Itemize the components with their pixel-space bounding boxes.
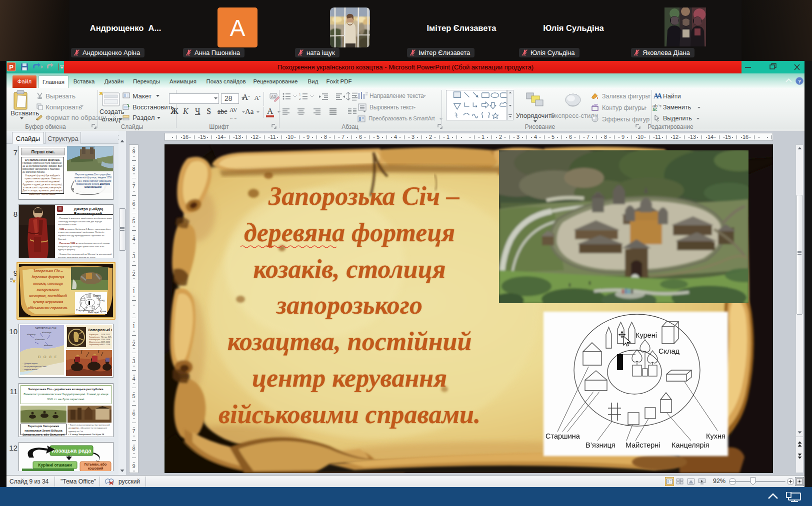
svg-text:1593-1638: 1593-1638: [101, 339, 110, 341]
svg-text:2: 2: [299, 97, 301, 100]
svg-text:Микитинська: Микитинська: [89, 341, 101, 343]
svg-text:Курені: Курені: [93, 295, 100, 297]
svg-text:Канцелярія: Канцелярія: [672, 441, 710, 449]
svg-text:Майстерні: Майстерні: [626, 441, 660, 449]
svg-text:ac: ac: [652, 107, 658, 111]
svg-text:?: ?: [798, 78, 801, 84]
svg-text:ЗАПОРОЗЬКІ СІЧІ: ЗАПОРОЗЬКІ СІЧІ: [35, 327, 56, 330]
svg-text:Козацька рада: Козацька рада: [52, 448, 92, 454]
svg-text:— кордони земель: — кордони земель: [22, 369, 38, 371]
svg-text:П О Л Е: П О Л Е: [38, 355, 58, 359]
svg-text:▪Томаківка: ▪Томаківка: [35, 338, 45, 341]
svg-text:Майстерні: Майстерні: [88, 311, 99, 314]
svg-text:А: А: [657, 92, 662, 100]
svg-text:Склад: Склад: [658, 347, 680, 355]
svg-text:▪Хортиця: ▪Хортиця: [27, 333, 36, 336]
svg-text:В’язниця: В’язниця: [586, 441, 616, 449]
svg-text:Курінні отамани: Курінні отамани: [38, 463, 72, 468]
svg-text:АЗ: АЗ: [271, 94, 276, 99]
svg-text:70-і рр. XVI ст.: 70-і рр. XVI ст.: [101, 336, 112, 338]
svg-text:Курені: Курені: [636, 331, 657, 339]
svg-text:Кухня: Кухня: [100, 310, 106, 313]
svg-text:кошовий: кошовий: [88, 467, 104, 470]
svg-text:— місця розташування Січей: — місця розташування Січей: [22, 366, 46, 368]
svg-text:Склад: Склад: [98, 299, 104, 302]
svg-text:1556-1557: 1556-1557: [101, 334, 110, 336]
svg-text:Чортомлицька: Чортомлицька: [89, 344, 102, 346]
svg-text:1: 1: [299, 93, 301, 96]
svg-text:Базавлуцька: Базавлуцька: [89, 339, 100, 341]
svg-text:Старшина: Старшина: [76, 309, 87, 312]
svg-text:▪Микитин: ▪Микитин: [44, 344, 52, 347]
svg-text:Старшина: Старшина: [546, 432, 580, 440]
svg-text:1652-1709: 1652-1709: [101, 344, 110, 346]
svg-text:Хортицька: Хортицька: [89, 334, 98, 336]
svg-text:1639-1652: 1639-1652: [101, 341, 110, 343]
svg-text:Запорозькі Січі: Запорозькі Січі: [88, 328, 112, 332]
svg-text:▪Базавлук: ▪Базавлук: [42, 331, 52, 334]
svg-text:Кухня: Кухня: [706, 432, 726, 440]
svg-text:— Дніпрові пороги: — Дніпрові пороги: [22, 363, 38, 365]
svg-text:Томаківська: Томаківська: [89, 336, 100, 338]
svg-text:Гетьман, або: Гетьман, або: [84, 463, 107, 467]
